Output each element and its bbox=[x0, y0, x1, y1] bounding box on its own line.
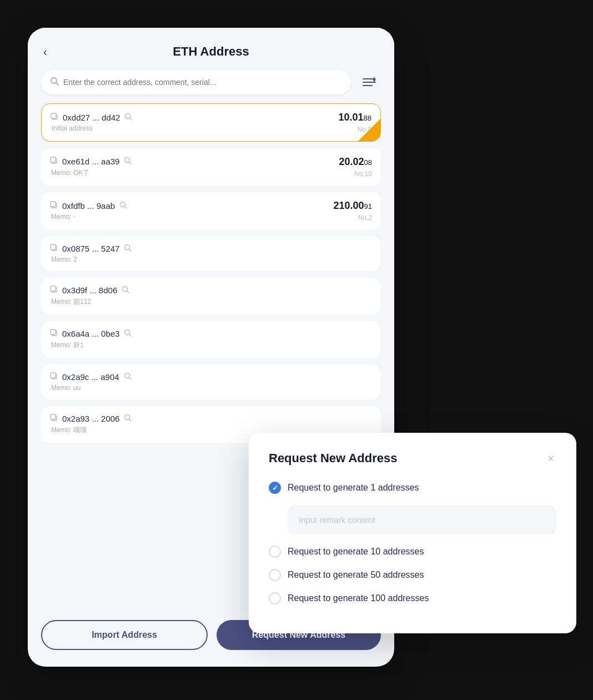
copy-icon-3[interactable] bbox=[50, 201, 58, 211]
memo-text-2: Memo: OK了 bbox=[50, 168, 132, 178]
address-text-3: 0xfdfb ... 9aab bbox=[62, 201, 115, 211]
search-addr-icon-2[interactable] bbox=[124, 157, 132, 166]
no-label-3: No.2 bbox=[358, 214, 372, 222]
address-left-4: 0x0875 ... 5247 Memo: 2 bbox=[50, 244, 132, 263]
address-item-2[interactable]: 0xe61d ... aa39 Memo: OK了 20.0208 No.10 bbox=[41, 148, 381, 186]
svg-line-1 bbox=[56, 83, 58, 85]
import-address-button[interactable]: Import Address bbox=[41, 620, 208, 650]
svg-rect-36 bbox=[51, 414, 56, 419]
copy-icon-7[interactable] bbox=[50, 372, 58, 382]
search-addr-icon-8[interactable] bbox=[124, 414, 132, 423]
svg-line-26 bbox=[127, 291, 129, 293]
address-row-1: 0xdd27 ... dd42 bbox=[51, 113, 132, 122]
remark-input[interactable] bbox=[288, 505, 556, 534]
memo-text-7: Memo: uu bbox=[50, 384, 132, 392]
radio-option-50[interactable]: Request to generate 50 addresses bbox=[269, 569, 556, 581]
search-addr-icon-6[interactable] bbox=[124, 329, 132, 338]
address-item-7[interactable]: 0x2a9c ... a904 Memo: uu bbox=[41, 364, 381, 399]
request-new-address-modal: Request New Address × Request to generat… bbox=[249, 433, 576, 633]
active-badge-1 bbox=[358, 119, 380, 141]
copy-icon-5[interactable] bbox=[50, 286, 58, 295]
radio-circle-1 bbox=[269, 482, 281, 494]
memo-text-8: Memo: 哦哦 bbox=[50, 426, 132, 435]
address-item-1[interactable]: 0xdd27 ... dd42 Initial address 10.0188 … bbox=[41, 103, 381, 142]
radio-circle-100 bbox=[269, 592, 281, 604]
radio-option-10[interactable]: Request to generate 10 addresses bbox=[269, 546, 556, 558]
radio-label-100: Request to generate 100 addresses bbox=[288, 593, 429, 603]
address-right-2: 20.0208 No.10 bbox=[339, 156, 372, 178]
svg-line-38 bbox=[129, 419, 132, 422]
memo-text-3: Memo: - bbox=[50, 213, 127, 221]
search-addr-icon-7[interactable] bbox=[124, 372, 132, 382]
search-addr-icon-4[interactable] bbox=[124, 244, 132, 253]
address-left-1: 0xdd27 ... dd42 Initial address bbox=[51, 113, 132, 132]
filter-button[interactable] bbox=[358, 71, 381, 94]
svg-rect-32 bbox=[51, 373, 56, 378]
address-text-1: 0xdd27 ... dd42 bbox=[63, 113, 120, 122]
search-addr-icon-5[interactable] bbox=[122, 286, 129, 295]
address-text-8: 0x2a93 ... 2006 bbox=[62, 414, 119, 423]
radio-label-1: Request to generate 1 addresses bbox=[288, 483, 419, 493]
svg-line-10 bbox=[130, 118, 132, 121]
address-left-5: 0x3d9f ... 8d06 Memo: 圆112 bbox=[50, 286, 129, 307]
copy-icon-6[interactable] bbox=[50, 329, 58, 338]
radio-circle-10 bbox=[269, 546, 281, 558]
svg-line-22 bbox=[129, 249, 132, 252]
search-row bbox=[28, 70, 394, 103]
radio-label-10: Request to generate 10 addresses bbox=[288, 547, 424, 557]
memo-text-5: Memo: 圆112 bbox=[50, 297, 129, 307]
svg-rect-24 bbox=[51, 286, 56, 291]
address-text-4: 0x0875 ... 5247 bbox=[62, 244, 119, 253]
modal-close-button[interactable]: × bbox=[545, 451, 556, 466]
search-input[interactable] bbox=[63, 78, 342, 87]
radio-option-1[interactable]: Request to generate 1 addresses bbox=[269, 482, 556, 494]
back-button[interactable]: ‹ bbox=[41, 43, 49, 61]
address-item-6[interactable]: 0x6a4a ... 0be3 Memo: 新1 bbox=[41, 321, 381, 358]
address-left-3: 0xfdfb ... 9aab Memo: - bbox=[50, 201, 127, 221]
address-text-6: 0x6a4a ... 0be3 bbox=[62, 329, 119, 338]
svg-rect-12 bbox=[51, 157, 56, 162]
address-item-3[interactable]: 0xfdfb ... 9aab Memo: - 210.0091 No.2 bbox=[41, 192, 381, 229]
address-row-3: 0xfdfb ... 9aab bbox=[50, 201, 127, 211]
address-left-8: 0x2a93 ... 2006 Memo: 哦哦 bbox=[50, 414, 132, 435]
copy-icon-1[interactable] bbox=[51, 113, 58, 122]
copy-icon-4[interactable] bbox=[50, 244, 58, 253]
svg-line-18 bbox=[125, 207, 127, 209]
address-row-6: 0x6a4a ... 0be3 bbox=[50, 329, 132, 338]
filter-icon bbox=[362, 76, 376, 88]
svg-rect-16 bbox=[51, 202, 56, 207]
modal-header: Request New Address × bbox=[269, 451, 556, 466]
address-row-2: 0xe61d ... aa39 bbox=[50, 157, 132, 166]
address-item-4[interactable]: 0x0875 ... 5247 Memo: 2 bbox=[41, 236, 381, 271]
svg-line-14 bbox=[129, 162, 132, 164]
radio-circle-50 bbox=[269, 569, 281, 581]
svg-rect-28 bbox=[51, 329, 56, 334]
balance-3: 210.0091 bbox=[333, 200, 372, 212]
screen-container: ‹ ETH Address bbox=[0, 0, 593, 700]
search-addr-icon-1[interactable] bbox=[124, 113, 132, 122]
svg-point-6 bbox=[373, 78, 376, 81]
svg-line-34 bbox=[129, 378, 131, 380]
search-addr-icon-3[interactable] bbox=[119, 201, 127, 211]
svg-rect-8 bbox=[51, 113, 56, 118]
address-left-2: 0xe61d ... aa39 Memo: OK了 bbox=[50, 157, 132, 178]
no-label-2: No.10 bbox=[354, 170, 372, 178]
search-icon bbox=[50, 77, 59, 88]
page-title: ETH Address bbox=[173, 44, 249, 59]
copy-icon-8[interactable] bbox=[50, 414, 58, 423]
header: ‹ ETH Address bbox=[28, 28, 394, 70]
address-item-5[interactable]: 0x3d9f ... 8d06 Memo: 圆112 bbox=[41, 278, 381, 314]
address-text-7: 0x2a9c ... a904 bbox=[62, 372, 119, 382]
memo-text-1: Initial address bbox=[51, 124, 132, 132]
copy-icon-2[interactable] bbox=[50, 157, 58, 166]
memo-text-4: Memo: 2 bbox=[50, 256, 132, 263]
balance-2: 20.0208 bbox=[339, 156, 372, 168]
radio-option-100[interactable]: Request to generate 100 addresses bbox=[269, 592, 556, 604]
modal-title: Request New Address bbox=[269, 451, 397, 466]
address-text-5: 0x3d9f ... 8d06 bbox=[62, 286, 117, 295]
svg-rect-20 bbox=[51, 244, 56, 249]
address-left-7: 0x2a9c ... a904 Memo: uu bbox=[50, 372, 132, 392]
address-row-5: 0x3d9f ... 8d06 bbox=[50, 286, 129, 295]
address-right-3: 210.0091 No.2 bbox=[333, 200, 372, 222]
memo-text-6: Memo: 新1 bbox=[50, 341, 132, 350]
